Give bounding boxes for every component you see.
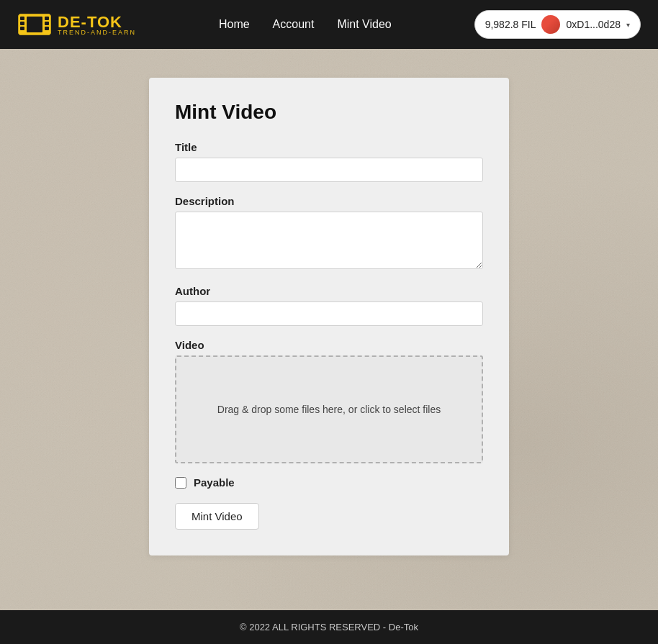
logo-tagline: TREND-AND-EARN [58, 29, 136, 36]
svg-rect-8 [27, 17, 42, 32]
author-label: Author [175, 285, 483, 297]
title-label: Title [175, 141, 483, 153]
svg-rect-6 [45, 22, 49, 25]
title-input[interactable] [175, 158, 483, 182]
main-nav: Home Account Mint Video [219, 18, 392, 31]
video-dropzone[interactable]: Drag & drop some files here, or click to… [175, 355, 483, 463]
chevron-down-icon: ▾ [626, 21, 630, 29]
payable-row: Payable [175, 476, 483, 489]
payable-label[interactable]: Payable [194, 476, 235, 489]
form-title: Mint Video [175, 101, 483, 124]
svg-rect-7 [45, 27, 49, 30]
description-input[interactable] [175, 212, 483, 269]
header: DE-TOK TREND-AND-EARN Home Account Mint … [0, 0, 658, 49]
svg-rect-5 [45, 17, 49, 20]
video-label: Video [175, 339, 483, 351]
payable-checkbox[interactable] [175, 477, 186, 489]
nav-account[interactable]: Account [273, 18, 315, 31]
description-group: Description [175, 195, 483, 272]
svg-rect-4 [20, 27, 24, 30]
logo[interactable]: DE-TOK TREND-AND-EARN [17, 7, 136, 42]
logo-icon [17, 7, 52, 42]
dropzone-text: Drag & drop some files here, or click to… [206, 392, 452, 427]
svg-rect-2 [20, 17, 24, 20]
svg-rect-3 [20, 22, 24, 25]
footer: © 2022 ALL RIGHTS RESERVED - De-Tok [0, 610, 658, 644]
author-group: Author [175, 285, 483, 326]
logo-text-area: DE-TOK TREND-AND-EARN [58, 13, 136, 36]
main-content: Mint Video Title Description Author Vide… [0, 49, 658, 610]
wallet-balance: 9,982.8 FIL [485, 19, 536, 30]
footer-text: © 2022 ALL RIGHTS RESERVED - De-Tok [240, 622, 418, 632]
wallet-button[interactable]: 9,982.8 FIL 0xD1...0d28 ▾ [474, 10, 641, 39]
title-group: Title [175, 141, 483, 182]
wallet-avatar [541, 15, 560, 34]
mint-video-form-card: Mint Video Title Description Author Vide… [149, 78, 509, 555]
author-input[interactable] [175, 301, 483, 326]
video-group: Video Drag & drop some files here, or cl… [175, 339, 483, 463]
mint-video-button[interactable]: Mint Video [175, 503, 259, 530]
wallet-address: 0xD1...0d28 [566, 19, 621, 30]
nav-mint-video[interactable]: Mint Video [337, 18, 391, 31]
nav-home[interactable]: Home [219, 18, 250, 31]
description-label: Description [175, 195, 483, 207]
